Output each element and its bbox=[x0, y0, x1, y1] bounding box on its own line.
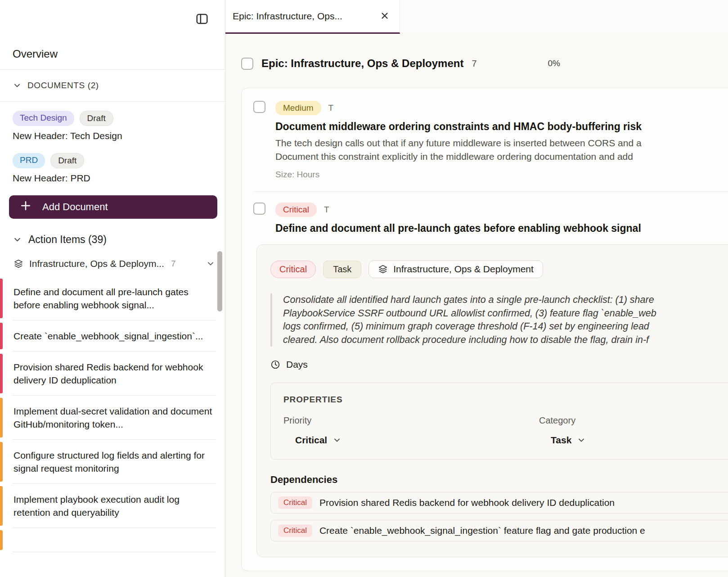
action-item-label: Implement playbook execution audit log r… bbox=[13, 493, 215, 519]
clock-icon bbox=[270, 360, 280, 370]
close-icon bbox=[380, 11, 390, 22]
list-item[interactable]: PRD Draft New Header: PRD bbox=[13, 153, 212, 184]
epic-task-count: 7 bbox=[472, 59, 476, 69]
detail-pills: Critical Task Infrastructure, Ops & Depl… bbox=[270, 260, 728, 278]
add-document-button[interactable]: Add Document bbox=[9, 195, 217, 219]
doc-title: New Header: Tech Design bbox=[13, 131, 212, 141]
documents-section-header[interactable]: DOCUMENTS (2) bbox=[0, 70, 225, 102]
list-item[interactable] bbox=[0, 528, 225, 552]
epic-pill[interactable]: Infrastructure, Ops & Deployment bbox=[368, 260, 543, 278]
sidebar: Overview DOCUMENTS (2) Tech Design Draft… bbox=[0, 0, 225, 577]
epic-header: Epic: Infrastructure, Ops & Deployment 7… bbox=[241, 57, 728, 70]
task-meta: Medium T bbox=[275, 101, 728, 115]
action-item-label: Define and document all pre-launch gates… bbox=[13, 285, 215, 311]
category-select[interactable]: Task bbox=[539, 435, 724, 446]
app-window: Overview DOCUMENTS (2) Tech Design Draft… bbox=[0, 0, 728, 577]
dependency-priority-badge: Critical bbox=[278, 524, 312, 537]
properties-panel: PROPERTIES Priority Critical bbox=[270, 383, 728, 460]
priority-badge: Critical bbox=[275, 203, 317, 217]
description-line: cleared. Also document rollback procedur… bbox=[283, 334, 728, 347]
documents-list: Tech Design Draft New Header: Tech Desig… bbox=[0, 102, 225, 184]
action-items-group-infrastructure[interactable]: Infrastructure, Ops & Deploym... 7 bbox=[0, 254, 225, 276]
group-label: Infrastructure, Ops & Deploym... bbox=[29, 258, 164, 269]
epic-title: Epic: Infrastructure, Ops & Deployment bbox=[261, 57, 463, 70]
sidebar-top bbox=[0, 0, 225, 39]
dependency-row[interactable]: Critical Provision shared Redis backend … bbox=[270, 492, 728, 514]
list-item[interactable]: Define and document all pre-launch gates… bbox=[0, 276, 225, 320]
layers-icon bbox=[378, 264, 388, 274]
action-item-label: Configure structured log fields and aler… bbox=[13, 449, 215, 475]
epic-pill-label: Infrastructure, Ops & Deployment bbox=[393, 264, 534, 275]
category-pill[interactable]: Task bbox=[323, 261, 361, 278]
task-title: Document middleware ordering constraints… bbox=[275, 121, 728, 133]
documents-section-label: DOCUMENTS (2) bbox=[27, 81, 99, 90]
list-item[interactable]: Implement dual-secret validation and doc… bbox=[0, 396, 225, 440]
dependencies-header: Dependencies bbox=[270, 474, 728, 486]
chevron-down-icon bbox=[207, 260, 214, 267]
task-body: Critical T Define and document all pre-l… bbox=[275, 203, 728, 234]
task-description-line: Document this constraint explicitly in t… bbox=[275, 150, 728, 163]
tab-epic[interactable]: Epic: Infrastructure, Ops... bbox=[225, 0, 400, 34]
task-checkbox[interactable] bbox=[253, 203, 265, 215]
duration-row: Days bbox=[270, 359, 728, 370]
chevron-down-icon bbox=[578, 437, 585, 444]
priority-pill[interactable]: Critical bbox=[270, 261, 316, 278]
collapse-sidebar-button[interactable] bbox=[195, 12, 209, 27]
layers-icon bbox=[13, 259, 23, 269]
action-items-list: Define and document all pre-launch gates… bbox=[0, 276, 225, 552]
sidebar-item-overview[interactable]: Overview bbox=[0, 39, 225, 70]
doc-badges: PRD Draft bbox=[13, 153, 212, 168]
description-line: PlaybookService SSRF outbound URL allowl… bbox=[283, 307, 728, 320]
list-item[interactable]: Provision shared Redis backend for webho… bbox=[0, 352, 225, 396]
task-detail-card: Critical Task Infrastructure, Ops & Depl… bbox=[256, 244, 728, 557]
action-item-label: Provision shared Redis backend for webho… bbox=[13, 361, 215, 387]
overview-label: Overview bbox=[13, 48, 58, 60]
priority-select[interactable]: Critical bbox=[283, 435, 539, 446]
action-items-section-label: Action Items (39) bbox=[28, 234, 107, 246]
task-type-letter: T bbox=[324, 205, 329, 215]
doc-status-badge: Draft bbox=[80, 111, 113, 126]
doc-badges: Tech Design Draft bbox=[13, 111, 212, 126]
doc-status-badge: Draft bbox=[50, 153, 84, 168]
property-priority: Priority Critical bbox=[283, 415, 539, 446]
dependency-row[interactable]: Critical Create `enable_webhook_signal_i… bbox=[270, 520, 728, 541]
epic-checkbox[interactable] bbox=[241, 58, 253, 70]
list-item[interactable]: Configure structured log fields and aler… bbox=[0, 440, 225, 484]
dependency-title: Provision shared Redis backend for webho… bbox=[319, 497, 615, 508]
task-size-label: Size: Hours bbox=[275, 170, 728, 180]
action-items-section-header[interactable]: Action Items (39) bbox=[0, 225, 225, 254]
chevron-down-icon bbox=[13, 236, 21, 243]
task-detail-description: Consolidate all identified hard launch g… bbox=[270, 293, 728, 347]
close-tab-button[interactable] bbox=[378, 9, 391, 24]
add-document-label: Add Document bbox=[42, 201, 108, 213]
task-row[interactable]: Medium T Document middleware ordering co… bbox=[242, 88, 728, 191]
action-item-label: Create `enable_webhook_signal_ingestion`… bbox=[13, 329, 215, 343]
doc-type-badge: PRD bbox=[13, 153, 45, 168]
category-label: Category bbox=[539, 415, 724, 426]
chevron-down-icon bbox=[13, 82, 21, 89]
action-item-label: Implement dual-secret validation and doc… bbox=[13, 405, 215, 431]
task-description-line: The tech design calls out that if any fu… bbox=[275, 136, 728, 150]
task-type-letter: T bbox=[328, 103, 334, 113]
task-checkbox[interactable] bbox=[253, 101, 265, 113]
doc-type-badge: Tech Design bbox=[13, 111, 74, 126]
task-row[interactable]: Critical T Define and document all pre-l… bbox=[242, 192, 728, 234]
sidebar-scrollbar[interactable] bbox=[217, 251, 222, 311]
doc-title: New Header: PRD bbox=[13, 173, 212, 184]
chevron-down-icon bbox=[333, 437, 341, 444]
duration-label: Days bbox=[286, 359, 308, 370]
main-panel: Epic: Infrastructure, Ops... Epic: Infra… bbox=[225, 0, 728, 577]
list-item[interactable]: Create `enable_webhook_signal_ingestion`… bbox=[0, 320, 225, 352]
list-item[interactable]: Tech Design Draft New Header: Tech Desig… bbox=[13, 111, 212, 141]
priority-badge: Medium bbox=[275, 101, 321, 115]
property-category: Category Task bbox=[539, 415, 724, 446]
group-count: 7 bbox=[171, 259, 176, 269]
properties-header: PROPERTIES bbox=[283, 395, 724, 405]
plus-icon bbox=[20, 200, 31, 214]
category-value: Task bbox=[551, 435, 571, 446]
task-title: Define and document all pre-launch gates… bbox=[275, 222, 728, 234]
priority-label: Priority bbox=[283, 415, 539, 426]
description-line: logs confirmed, (5) minimum graph covera… bbox=[283, 320, 728, 334]
list-item[interactable]: Implement playbook execution audit log r… bbox=[0, 484, 225, 528]
collapse-sidebar-icon bbox=[195, 12, 209, 27]
